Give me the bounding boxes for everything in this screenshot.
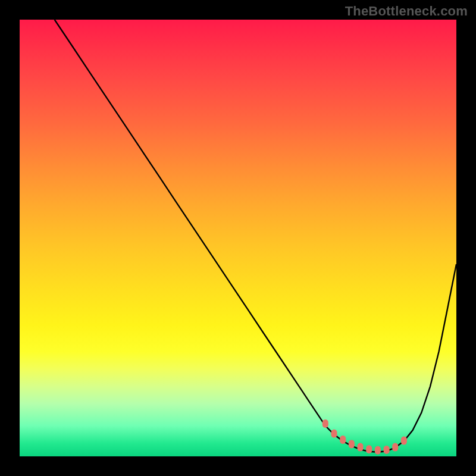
watermark-text: TheBottleneck.com	[345, 4, 468, 19]
optimal-marker	[349, 440, 355, 448]
plot-area	[20, 20, 456, 456]
optimal-marker	[322, 419, 328, 428]
optimal-marker	[375, 446, 381, 455]
optimal-marker	[340, 436, 346, 444]
optimal-marker	[392, 443, 398, 452]
optimal-marker	[384, 446, 390, 454]
chart-frame: TheBottleneck.com	[0, 0, 476, 476]
bottleneck-curve	[55, 20, 456, 452]
optimal-marker	[401, 437, 407, 445]
optimal-marker	[331, 430, 337, 438]
curve-layer	[20, 20, 456, 456]
optimal-marker	[358, 443, 364, 452]
optimal-marker-group	[322, 419, 407, 455]
optimal-marker	[366, 445, 372, 453]
